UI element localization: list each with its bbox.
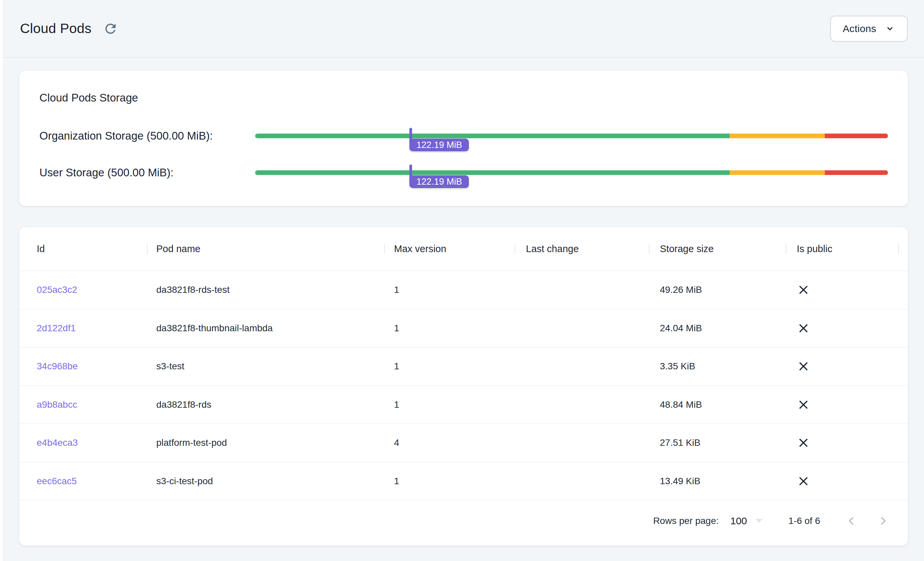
not-public-icon	[797, 398, 810, 411]
pod-name-cell: s3-test	[147, 348, 384, 386]
gauge-amber-segment	[730, 170, 825, 175]
pod-name-cell: da3821f8-rds-test	[147, 271, 384, 309]
max-version-cell: 1	[384, 271, 514, 309]
cloud-pods-page: Cloud Pods Actions Cloud Pods Storage Or…	[0, 0, 924, 561]
actions-button[interactable]: Actions	[830, 16, 908, 42]
user-storage-value-badge: 122.19 MiB	[410, 175, 469, 188]
storage-size-cell: 49.26 MiB	[649, 271, 786, 309]
pods-table-card: Id Pod name Max version Last change Stor…	[20, 227, 908, 546]
next-page-button[interactable]	[876, 513, 891, 529]
is-public-cell	[786, 271, 908, 309]
not-public-icon	[797, 474, 810, 488]
user-storage-label: User Storage (500.00 MiB):	[39, 165, 174, 180]
last-change-cell	[514, 424, 649, 462]
rows-per-page-label: Rows per page:	[653, 516, 718, 526]
max-version-cell: 4	[384, 424, 514, 462]
table-row: 2d122df1 da3821f8-thumbnail-lambda 1 24.…	[20, 309, 908, 348]
not-public-icon	[797, 360, 810, 373]
chevron-left-icon	[845, 514, 858, 527]
storage-card: Cloud Pods Storage Organization Storage …	[20, 71, 908, 206]
last-change-cell	[514, 348, 649, 386]
rows-per-page-value: 100	[730, 515, 747, 526]
not-public-icon	[797, 283, 810, 297]
not-public-icon	[797, 322, 810, 335]
last-change-cell	[514, 462, 649, 500]
is-public-cell	[786, 462, 908, 500]
previous-page-button[interactable]	[843, 513, 859, 529]
is-public-cell	[786, 348, 908, 386]
table-row: eec6cac5 s3-ci-test-pod 1 13.49 KiB	[20, 462, 908, 501]
pod-id-link[interactable]: 2d122df1	[37, 323, 76, 334]
table-row: 025ac3c2 da3821f8-rds-test 1 49.26 MiB	[20, 271, 908, 309]
column-header-is-public[interactable]: Is public	[786, 227, 908, 270]
org-storage-value-badge: 122.19 MiB	[410, 139, 469, 151]
pod-name-cell: platform-test-pod	[147, 424, 384, 462]
is-public-cell	[786, 386, 908, 424]
user-storage-marker	[410, 165, 412, 176]
storage-size-cell: 27.51 KiB	[649, 424, 786, 462]
last-change-cell	[514, 271, 649, 309]
gauge-green-segment	[255, 170, 730, 175]
actions-button-label: Actions	[843, 23, 876, 34]
pod-id-link[interactable]: 025ac3c2	[37, 285, 77, 295]
storage-size-cell: 24.04 MiB	[649, 309, 786, 347]
storage-size-cell: 48.84 MiB	[649, 386, 786, 424]
pod-id-link[interactable]: eec6cac5	[37, 476, 77, 486]
table-row: a9b8abcc da3821f8-rds 1 48.84 MiB	[20, 386, 908, 424]
pod-name-cell: da3821f8-rds	[147, 386, 384, 424]
select-arrow-icon	[756, 519, 762, 523]
last-change-cell	[514, 386, 649, 424]
gauge-red-segment	[825, 170, 888, 175]
table-row: 34c968be s3-test 1 3.35 KiB	[20, 348, 908, 386]
gauge-amber-segment	[730, 134, 825, 138]
gauge-red-segment	[825, 134, 888, 138]
not-public-icon	[797, 436, 810, 450]
column-header-max-version[interactable]: Max version	[384, 227, 514, 270]
pod-name-cell: s3-ci-test-pod	[147, 462, 384, 500]
scrollbar-track	[0, 0, 3, 561]
column-header-storage-size[interactable]: Storage size	[649, 227, 786, 270]
column-header-id[interactable]: Id	[20, 227, 147, 270]
storage-card-title: Cloud Pods Storage	[39, 92, 138, 104]
pod-id-link[interactable]: 34c968be	[37, 361, 78, 372]
table-row: e4b4eca3 platform-test-pod 4 27.51 KiB	[20, 424, 908, 462]
max-version-cell: 1	[384, 348, 514, 386]
refresh-icon	[103, 21, 118, 36]
pod-id-link[interactable]: e4b4eca3	[37, 438, 78, 448]
is-public-cell	[786, 424, 908, 462]
max-version-cell: 1	[384, 309, 514, 347]
chevron-down-icon	[885, 24, 895, 34]
pod-id-link[interactable]: a9b8abcc	[37, 399, 77, 410]
table-pagination: Rows per page: 100 1-6 of 6	[20, 501, 908, 546]
last-change-cell	[514, 309, 649, 347]
gauge-green-segment	[255, 134, 730, 138]
page-title: Cloud Pods	[20, 21, 92, 36]
refresh-button[interactable]	[102, 20, 120, 38]
org-storage-track	[255, 134, 888, 138]
chevron-right-icon	[877, 514, 890, 527]
user-storage-gauge: 122.19 MiB	[255, 170, 888, 175]
table-header-row: Id Pod name Max version Last change Stor…	[20, 227, 908, 271]
max-version-cell: 1	[384, 386, 514, 424]
org-storage-marker	[410, 128, 412, 139]
storage-size-cell: 13.49 KiB	[649, 462, 786, 500]
org-storage-gauge: 122.19 MiB	[255, 134, 888, 138]
page-header: Cloud Pods Actions	[3, 0, 924, 58]
user-storage-track	[255, 170, 888, 175]
storage-size-cell: 3.35 KiB	[649, 348, 786, 386]
org-storage-label: Organization Storage (500.00 MiB):	[39, 128, 213, 144]
rows-per-page-select[interactable]: 100	[730, 515, 762, 526]
column-header-pod-name[interactable]: Pod name	[147, 227, 384, 270]
is-public-cell	[786, 309, 908, 347]
max-version-cell: 1	[384, 462, 514, 500]
column-header-last-change[interactable]: Last change	[514, 227, 649, 270]
pod-name-cell: da3821f8-thumbnail-lambda	[147, 309, 384, 347]
pagination-range-label: 1-6 of 6	[788, 516, 820, 526]
